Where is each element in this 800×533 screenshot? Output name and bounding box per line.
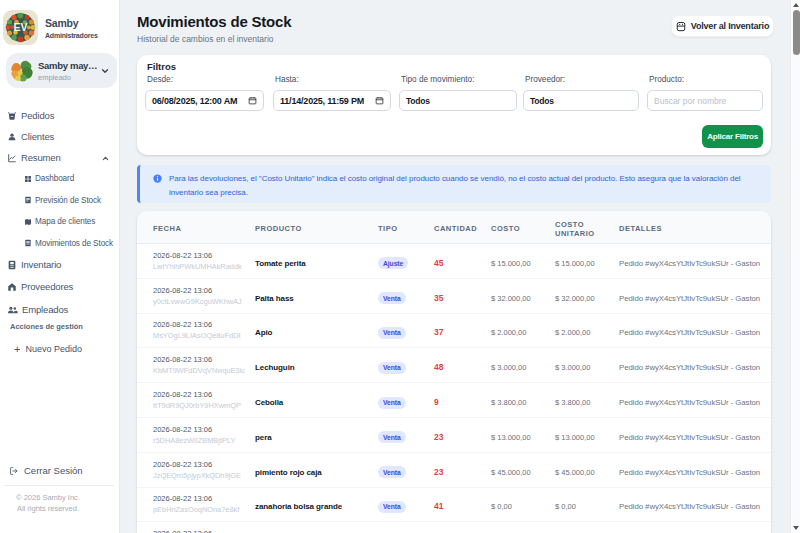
svg-text:EV: EV xyxy=(13,21,27,33)
